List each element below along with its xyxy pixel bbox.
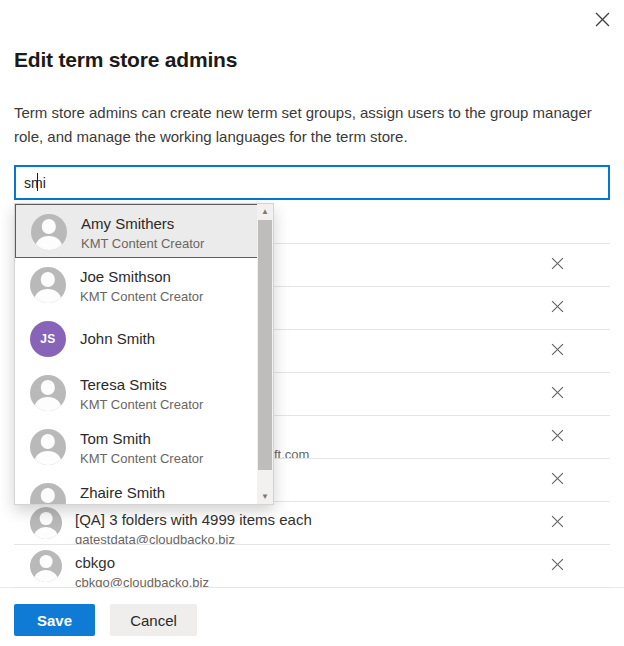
admin-row: cbkgo cbkgo@cloudbacko.biz — [14, 544, 610, 587]
page-title: Edit term store admins — [14, 48, 514, 72]
suggestion-name: Zhaire Smith — [80, 484, 165, 501]
cancel-button[interactable]: Cancel — [110, 604, 197, 636]
suggestion-name: Teresa Smits — [80, 376, 167, 393]
suggestion-item-tom-smith[interactable]: Tom Smith KMT Content Creator — [15, 420, 258, 474]
suggestion-item-zhaire-smith[interactable]: Zhaire Smith — [15, 474, 258, 505]
remove-admin-button[interactable] — [546, 340, 568, 362]
initials-avatar: JS — [30, 321, 66, 357]
admin-name: [QA] 3 folders with 4999 items each — [75, 511, 312, 528]
admin-row: [QA] 3 folders with 4999 items each qate… — [14, 501, 610, 544]
suggestion-item-joe-smithson[interactable]: Joe Smithson KMT Content Creator — [15, 258, 258, 312]
person-avatar-icon — [31, 214, 67, 250]
suggestions-list: Amy Smithers KMT Content Creator Joe Smi… — [15, 204, 258, 505]
remove-x-icon — [551, 386, 564, 402]
dialog-description: Term store admins can create new term se… — [14, 101, 602, 149]
remove-admin-button[interactable] — [546, 555, 568, 577]
admin-email: qatestdata@cloudbacko.biz — [75, 532, 235, 544]
remove-x-icon — [551, 558, 564, 574]
close-icon — [595, 12, 610, 30]
person-avatar-icon — [30, 375, 66, 411]
scroll-up-arrow-icon[interactable]: ▲ — [257, 204, 273, 219]
suggestion-name: John Smith — [80, 330, 155, 347]
suggestion-name: Joe Smithson — [80, 268, 171, 285]
suggestion-role: KMT Content Creator — [80, 451, 203, 466]
remove-admin-button[interactable] — [546, 426, 568, 448]
people-search-input[interactable] — [14, 165, 610, 200]
suggestion-name: Tom Smith — [80, 430, 151, 447]
remove-x-icon — [551, 257, 564, 273]
people-suggestions-dropdown: Amy Smithers KMT Content Creator Joe Smi… — [14, 203, 274, 505]
suggestion-role: KMT Content Creator — [80, 397, 203, 412]
suggestion-item-amy-smithers[interactable]: Amy Smithers KMT Content Creator — [15, 204, 258, 258]
suggestion-item-teresa-smits[interactable]: Teresa Smits KMT Content Creator — [15, 366, 258, 420]
suggestion-role: KMT Content Creator — [81, 236, 204, 251]
remove-admin-button[interactable] — [546, 254, 568, 276]
person-avatar-icon — [30, 429, 66, 465]
dialog-close-button[interactable] — [592, 11, 612, 31]
save-button[interactable]: Save — [14, 604, 95, 636]
admin-email: cbkgo@cloudbacko.biz — [75, 575, 209, 587]
suggestion-role: KMT Content Creator — [80, 289, 203, 304]
remove-x-icon — [551, 472, 564, 488]
remove-x-icon — [551, 343, 564, 359]
remove-admin-button[interactable] — [546, 297, 568, 319]
admin-email-fragment: ft.com — [274, 447, 309, 458]
person-avatar-icon — [30, 267, 66, 303]
scrollbar-thumb[interactable] — [258, 220, 272, 470]
remove-admin-button[interactable] — [546, 512, 568, 534]
dropdown-scrollbar[interactable]: ▲ ▼ — [257, 204, 273, 504]
text-caret — [37, 173, 38, 191]
suggestion-name: Amy Smithers — [81, 215, 174, 232]
admin-name: cbkgo — [75, 554, 115, 571]
remove-x-icon — [551, 515, 564, 531]
person-avatar-icon — [30, 483, 66, 505]
remove-x-icon — [551, 429, 564, 445]
person-avatar-icon — [30, 550, 62, 582]
scroll-down-arrow-icon[interactable]: ▼ — [257, 489, 273, 504]
remove-admin-button[interactable] — [546, 469, 568, 491]
suggestion-item-john-smith[interactable]: JS John Smith — [15, 312, 258, 366]
remove-x-icon — [551, 300, 564, 316]
person-avatar-icon — [30, 507, 62, 539]
remove-admin-button[interactable] — [546, 383, 568, 405]
